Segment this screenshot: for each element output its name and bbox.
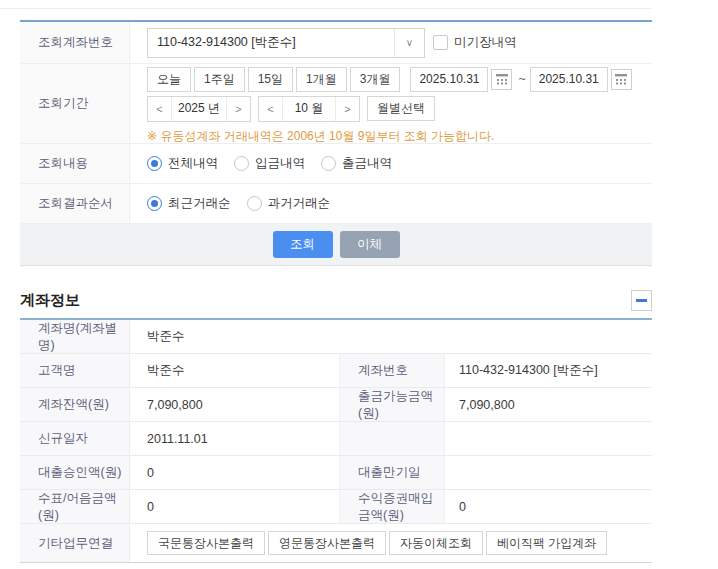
radio-recent-first[interactable]: 최근거래순 xyxy=(147,195,231,212)
row-label: 고객명 xyxy=(20,354,130,387)
period-spinner-line: < 2025 년 > < 10 월 > 월별선택 xyxy=(147,96,438,122)
row-value xyxy=(445,422,652,455)
period-button-today[interactable]: 오늘 xyxy=(147,67,191,92)
radio-deposits[interactable]: 입금내역 xyxy=(234,155,305,172)
transfer-button[interactable]: 이체 xyxy=(340,231,400,258)
period-row-value: 오늘 1주일 15일 1개월 3개월 ~ < 2025 년 > xyxy=(130,64,652,143)
row-value xyxy=(445,456,652,489)
radio-icon[interactable] xyxy=(147,196,162,211)
form-row-content: 조회내용 전체내역 입금내역 출금내역 xyxy=(20,144,652,184)
checkbox-box[interactable] xyxy=(433,35,448,50)
table-row: 신규일자 2011.11.01 xyxy=(20,422,652,456)
table-row: 수표/어음금액(원) 0 수익증권매입금액(원) 0 xyxy=(20,490,652,524)
korean-passbook-copy-button[interactable]: 국문통장사본출력 xyxy=(147,531,265,555)
row-label: 기타업무연결 xyxy=(20,524,130,562)
unposted-checkbox-label: 미기장내역 xyxy=(454,34,517,51)
row-label: 신규일자 xyxy=(20,422,130,455)
date-from-input[interactable] xyxy=(410,67,488,92)
row-label: 계좌번호 xyxy=(340,354,445,387)
row-label: 계좌명(계좌별명) xyxy=(20,320,130,353)
account-select-value: 110-432-914300 [박준수] xyxy=(148,34,394,51)
calendar-icon[interactable] xyxy=(491,69,512,90)
radio-icon[interactable] xyxy=(234,156,249,171)
row-value: 7,090,800 xyxy=(445,388,652,421)
period-quick-line: 오늘 1주일 15일 1개월 3개월 ~ xyxy=(147,67,632,92)
form-action-bar: 조회 이체 xyxy=(20,224,652,265)
year-spinner: < 2025 년 > xyxy=(147,96,251,122)
liquidity-account-note: ※ 유동성계좌 거래내역은 2006년 10월 9일부터 조회 가능합니다. xyxy=(147,128,494,145)
content-radio-group: 전체내역 입금내역 출금내역 xyxy=(130,144,652,183)
row-value: 0 xyxy=(445,490,652,523)
period-row-label: 조회기간 xyxy=(20,64,130,143)
radio-icon[interactable] xyxy=(247,196,262,211)
row-value: 7,090,800 xyxy=(130,388,340,421)
row-label: 수익증권매입금액(원) xyxy=(340,490,445,523)
date-to-input[interactable] xyxy=(530,67,608,92)
basic-pack-account-button[interactable]: 베이직팩 가입계좌 xyxy=(486,531,607,555)
radio-withdrawals[interactable]: 출금내역 xyxy=(321,155,392,172)
content-row-label: 조회내용 xyxy=(20,144,130,183)
period-button-3months[interactable]: 3개월 xyxy=(350,67,401,92)
row-value: 110-432-914300 [박준수] xyxy=(445,354,652,387)
row-label: 수표/어음금액(원) xyxy=(20,490,130,523)
table-row: 계좌명(계좌별명) 박준수 xyxy=(20,320,652,354)
search-form-table: 조회계좌번호 110-432-914300 [박준수] ∨ 미기장내역 조회기간… xyxy=(20,20,652,266)
radio-icon[interactable] xyxy=(321,156,336,171)
row-label: 출금가능금액(원) xyxy=(340,388,445,421)
year-spinner-value: 2025 년 xyxy=(171,97,227,121)
month-spinner: < 10 월 > xyxy=(258,96,360,122)
row-value: 박준수 xyxy=(130,320,652,353)
period-button-1week[interactable]: 1주일 xyxy=(194,67,245,92)
table-row: 고객명 박준수 계좌번호 110-432-914300 [박준수] xyxy=(20,354,652,388)
date-range-separator: ~ xyxy=(518,72,525,86)
radio-icon[interactable] xyxy=(147,156,162,171)
section-top-divider xyxy=(0,8,652,9)
table-row: 대출승인액(원) 0 대출만기일 xyxy=(20,456,652,490)
account-row-value: 110-432-914300 [박준수] ∨ 미기장내역 xyxy=(130,22,652,63)
account-row-label: 조회계좌번호 xyxy=(20,22,130,63)
account-info-title: 계좌정보 xyxy=(20,291,80,310)
collapse-button[interactable] xyxy=(631,290,652,311)
other-services-buttons: 국문통장사본출력 영문통장사본출력 자동이체조회 베이직팩 가입계좌 xyxy=(130,524,652,562)
chevron-right-icon[interactable]: > xyxy=(227,97,250,121)
table-row: 계좌잔액(원) 7,090,800 출금가능금액(원) 7,090,800 xyxy=(20,388,652,422)
english-passbook-copy-button[interactable]: 영문통장사본출력 xyxy=(268,531,386,555)
chevron-left-icon[interactable]: < xyxy=(148,97,171,121)
form-row-order: 조회결과순서 최근거래순 과거거래순 xyxy=(20,184,652,224)
period-button-1month[interactable]: 1개월 xyxy=(296,67,347,92)
period-button-15days[interactable]: 15일 xyxy=(248,67,293,92)
inquiry-button[interactable]: 조회 xyxy=(273,231,333,258)
row-value: 0 xyxy=(130,456,340,489)
account-info-header: 계좌정보 xyxy=(20,290,652,311)
row-label xyxy=(340,422,445,455)
chevron-down-icon: ∨ xyxy=(394,29,424,57)
row-value: 2011.11.01 xyxy=(130,422,340,455)
order-radio-group: 최근거래순 과거거래순 xyxy=(130,184,652,223)
chevron-right-icon[interactable]: > xyxy=(336,97,359,121)
month-spinner-value: 10 월 xyxy=(282,97,336,121)
row-label: 대출승인액(원) xyxy=(20,456,130,489)
row-label: 대출만기일 xyxy=(340,456,445,489)
radio-oldest-first[interactable]: 과거거래순 xyxy=(247,195,331,212)
table-row: 기타업무연결 국문통장사본출력 영문통장사본출력 자동이체조회 베이직팩 가입계… xyxy=(20,524,652,562)
account-info-table: 계좌명(계좌별명) 박준수 고객명 박준수 계좌번호 110-432-91430… xyxy=(20,318,652,563)
calendar-icon[interactable] xyxy=(611,69,632,90)
row-value: 박준수 xyxy=(130,354,340,387)
row-value: 0 xyxy=(130,490,340,523)
minus-icon xyxy=(636,299,647,302)
row-label: 계좌잔액(원) xyxy=(20,388,130,421)
monthly-select-button[interactable]: 월별선택 xyxy=(367,96,435,121)
radio-all-transactions[interactable]: 전체내역 xyxy=(147,155,218,172)
unposted-checkbox[interactable]: 미기장내역 xyxy=(433,34,517,51)
auto-transfer-inquiry-button[interactable]: 자동이체조회 xyxy=(389,531,483,555)
form-row-account: 조회계좌번호 110-432-914300 [박준수] ∨ 미기장내역 xyxy=(20,22,652,64)
account-select[interactable]: 110-432-914300 [박준수] ∨ xyxy=(147,28,425,58)
chevron-left-icon[interactable]: < xyxy=(259,97,282,121)
order-row-label: 조회결과순서 xyxy=(20,184,130,223)
form-row-period: 조회기간 오늘 1주일 15일 1개월 3개월 ~ < xyxy=(20,64,652,144)
